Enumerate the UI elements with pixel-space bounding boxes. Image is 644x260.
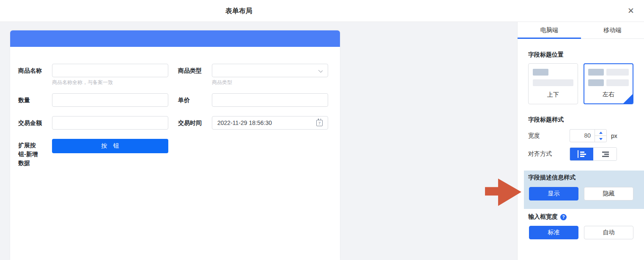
field-label: 交易时间	[178, 116, 212, 130]
position-option-left-right[interactable]: 左右	[584, 63, 633, 104]
unit-price-input[interactable]	[212, 93, 328, 107]
field-label: 商品类型	[178, 64, 212, 86]
width-unit: px	[611, 133, 617, 139]
align-label: 对齐方式	[528, 150, 570, 158]
annotation-arrow-icon	[485, 179, 521, 206]
field-trade-time: 交易时间 2022-11-29 18:56:30 7	[178, 116, 328, 130]
input-placeholder-block	[533, 79, 573, 86]
dialog-title: 表单布局	[0, 0, 478, 22]
align-left-icon	[578, 151, 586, 157]
section-input-width: 输入框宽度 ? 标准 自动	[528, 213, 633, 239]
form-row-3: 交易金额 交易时间 2022-11-29 18:56:30 7	[18, 116, 340, 130]
trade-time-picker[interactable]: 2022-11-29 18:56:30 7	[212, 116, 328, 130]
tab-pc[interactable]: 电脑端	[518, 22, 581, 38]
position-option-label: 上下	[529, 91, 578, 99]
width-stepper: 80	[570, 129, 607, 142]
width-value-input[interactable]: 80	[570, 130, 595, 142]
field-product-name: 商品名称 商品名称全称，与备案一致	[18, 64, 168, 86]
field-trade-amount: 交易金额	[18, 116, 168, 130]
desc-show-button[interactable]: 显示	[529, 187, 578, 200]
arrow-up-icon	[599, 132, 603, 134]
datetime-value: 2022-11-29 18:56:30	[217, 119, 272, 126]
field-label: 扩展按钮-新增数据	[18, 139, 52, 168]
section-title-style: 字段标题样式 宽度 80 px 对齐方式	[528, 116, 633, 161]
field-unit-price: 单价	[178, 93, 328, 107]
input-placeholder-block	[606, 69, 629, 76]
dialog-body: 商品名称 商品名称全称，与备案一致 商品类型 商品类型	[0, 22, 644, 260]
form-row-1: 商品名称 商品名称全称，与备案一致 商品类型 商品类型	[18, 64, 340, 86]
width-row: 宽度 80 px	[528, 129, 633, 142]
product-type-select[interactable]	[212, 64, 328, 77]
field-label: 交易金额	[18, 116, 52, 130]
desc-hide-button[interactable]: 隐藏	[584, 187, 633, 200]
field-product-type: 商品类型 商品类型	[178, 64, 328, 86]
device-tabs: 电脑端 移动端	[518, 22, 644, 39]
form-row-2: 数量 单价	[18, 93, 340, 107]
field-quantity: 数量	[18, 93, 168, 107]
quantity-input[interactable]	[52, 93, 168, 107]
product-name-input[interactable]	[52, 64, 168, 77]
section-title-position: 字段标题位置 上下 左右	[528, 51, 633, 104]
selected-corner-badge	[623, 94, 633, 104]
width-label: 宽度	[528, 132, 570, 140]
label-placeholder-block	[533, 69, 548, 76]
tab-mobile[interactable]: 移动端	[581, 22, 644, 38]
align-row: 对齐方式	[528, 147, 633, 161]
stepper-up-button[interactable]	[595, 130, 606, 136]
section-description-style: 字段描述信息样式 显示 隐藏	[524, 171, 644, 209]
section-heading: 输入框宽度	[528, 213, 558, 221]
position-option-top-bottom[interactable]: 上下	[528, 63, 578, 104]
align-right-icon	[601, 151, 609, 157]
dialog-header: 表单布局 ✕	[0, 0, 644, 22]
form-preview-card: 商品名称 商品名称全称，与备案一致 商品类型 商品类型	[10, 30, 340, 260]
form-layout-dialog: 表单布局 ✕ 商品名称 商品名称全称，与备案一致 商品类型	[0, 0, 644, 260]
align-left-option[interactable]	[570, 148, 593, 160]
form-row-4: 扩展按钮-新增数据 按 钮	[18, 139, 340, 168]
label-placeholder-block	[588, 79, 604, 86]
calendar-icon: 7	[316, 120, 323, 126]
input-width-standard-button[interactable]: 标准	[529, 226, 578, 239]
field-label: 数量	[18, 93, 52, 107]
panel-content: 字段标题位置 上下 左右	[518, 51, 644, 239]
form-banner	[10, 30, 340, 47]
field-helper-text: 商品类型	[212, 79, 328, 86]
section-heading: 字段标题位置	[528, 51, 633, 59]
input-placeholder-block	[606, 79, 629, 86]
close-icon[interactable]: ✕	[625, 5, 637, 17]
help-icon[interactable]: ?	[560, 214, 567, 220]
stepper-spinner	[595, 130, 606, 142]
stepper-down-button[interactable]	[595, 136, 606, 142]
form-grid: 商品名称 商品名称全称，与备案一致 商品类型 商品类型	[10, 47, 340, 168]
chevron-down-icon	[319, 69, 322, 72]
field-extend-button: 扩展按钮-新增数据 按 钮	[18, 139, 168, 168]
section-heading: 字段描述信息样式	[528, 174, 639, 181]
section-heading: 字段标题样式	[528, 116, 633, 124]
settings-panel: 电脑端 移动端 字段标题位置 上下	[517, 22, 644, 260]
arrow-down-icon	[599, 138, 603, 140]
field-label: 单价	[178, 93, 212, 107]
label-placeholder-block	[588, 69, 604, 76]
input-width-auto-button[interactable]: 自动	[584, 226, 633, 239]
extend-action-button[interactable]: 按 钮	[52, 139, 168, 153]
field-label: 商品名称	[18, 64, 52, 86]
trade-amount-input[interactable]	[52, 116, 168, 130]
align-toggle-group	[570, 147, 617, 161]
field-helper-text: 商品名称全称，与备案一致	[52, 79, 168, 86]
align-right-option[interactable]	[593, 148, 617, 160]
